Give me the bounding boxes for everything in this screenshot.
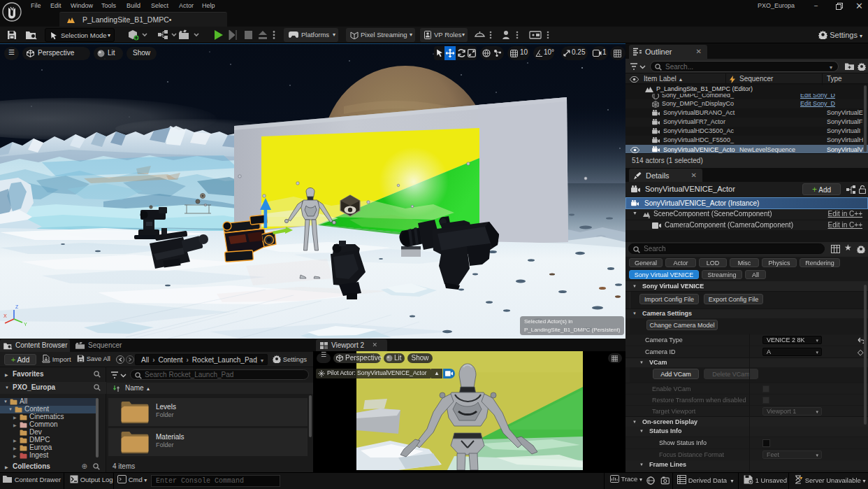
- svg-text:!: !: [800, 476, 800, 481]
- svg-text:Z: Z: [15, 304, 19, 309]
- svg-text:P_LandingSite_B1_DMPC (Persist: P_LandingSite_B1_DMPC (Persistent): [524, 327, 621, 333]
- svg-text:Selected Actor(s) in: Selected Actor(s) in: [524, 318, 572, 325]
- svg-text:Y: Y: [24, 322, 27, 327]
- svg-text:X: X: [3, 313, 7, 318]
- svg-text:⧗: ⧗: [648, 215, 651, 218]
